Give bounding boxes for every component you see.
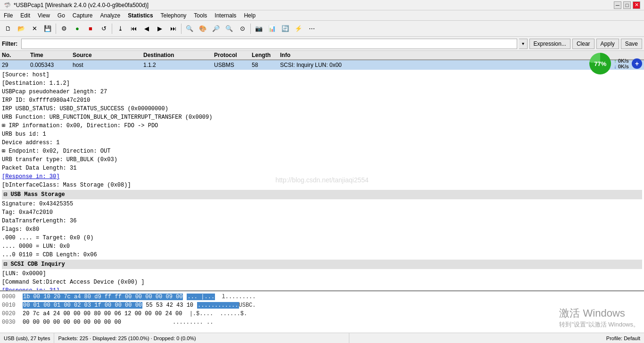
toolbar-new[interactable]: 🗋 bbox=[2, 23, 14, 35]
detail-line-20: .... 0000 = LUN: 0x0 bbox=[2, 242, 642, 251]
detail-line-9: ⊞ Endpoint: 0x02, Direction: OUT bbox=[2, 147, 642, 155]
detail-lines-container: [Source: host] [Destination: 1.1.2] USBP… bbox=[2, 71, 642, 291]
toolbar-save[interactable]: 💾 bbox=[41, 23, 54, 35]
menu-item-edit[interactable]: Edit bbox=[17, 10, 34, 20]
packet-dest: 1.1.2 bbox=[143, 62, 214, 68]
detail-line-25: [Response in: 31] bbox=[2, 286, 642, 291]
toolbar-expert[interactable]: ⚡ bbox=[292, 23, 305, 35]
toolbar-display-filter[interactable]: 🔍 bbox=[183, 23, 196, 35]
percent-circle: 77% bbox=[589, 53, 611, 74]
detail-line-5: URB Function: URB_FUNCTION_BULK_OR_INTER… bbox=[2, 113, 642, 122]
maximize-button[interactable]: □ bbox=[623, 1, 631, 9]
filter-label: Filter: bbox=[2, 41, 17, 47]
toolbar-scroll-end[interactable]: ⤓ bbox=[114, 23, 126, 35]
hex-bytes-3: 00 00 00 00 00 00 00 00 00 00 bbox=[23, 318, 169, 327]
apply-button[interactable]: Apply bbox=[596, 39, 619, 49]
toolbar-go-first[interactable]: ⏮ bbox=[127, 23, 140, 35]
minimize-button[interactable]: ─ bbox=[614, 1, 621, 9]
detail-section-22: ⊟ SCSI CDB Inquiry bbox=[2, 260, 642, 269]
toolbar-go-next[interactable]: ▶ bbox=[154, 23, 166, 35]
toolbar-stop-capture[interactable]: ■ bbox=[84, 23, 97, 35]
app-icon: 🦈 bbox=[4, 2, 11, 8]
sep3 bbox=[181, 24, 182, 34]
toolbar-open[interactable]: 📂 bbox=[15, 23, 27, 35]
detail-link-12[interactable]: [Response in: 30] bbox=[2, 173, 59, 180]
toolbar-go-last[interactable]: ⏭ bbox=[167, 23, 179, 35]
col-dest-header: Destination bbox=[143, 52, 214, 58]
status-profile: Profile: Default bbox=[606, 335, 640, 341]
hex-row-2: 0020 20 7c a4 24 00 00 00 80 00 06 12 00… bbox=[2, 310, 642, 318]
detail-line-0: [Source: host] bbox=[2, 71, 642, 79]
toolbar-zoom-in[interactable]: 🔎 bbox=[210, 23, 222, 35]
hex-offset-2: 0020 bbox=[2, 310, 19, 318]
hex-offset-0: 0000 bbox=[2, 293, 19, 301]
main-content: No. Time Source Destination Protocol Len… bbox=[0, 51, 644, 333]
packet-info: SCSI: Inquiry LUN: 0x00 bbox=[280, 62, 642, 68]
detail-line-10: URB transfer type: URB_BULK (0x03) bbox=[2, 155, 642, 164]
toolbar-capture-options[interactable]: ⚙ bbox=[58, 23, 70, 35]
toolbar-zoom-reset[interactable]: ⊙ bbox=[236, 23, 248, 35]
toolbar-more[interactable]: ⋯ bbox=[305, 23, 318, 35]
hex-bytes-1: 00 01 00 01 00 02 03 1f 00 00 00 00 55 5… bbox=[23, 301, 193, 310]
detail-line-15: Signature: 0x43425355 bbox=[2, 200, 642, 208]
menu-item-view[interactable]: View bbox=[34, 10, 54, 20]
toolbar-decode-as[interactable]: 🔄 bbox=[279, 23, 291, 35]
toolbar-zoom-out[interactable]: 🔍 bbox=[223, 23, 235, 35]
menu-item-file[interactable]: File bbox=[0, 10, 17, 20]
toolbar-graph[interactable]: 📊 bbox=[266, 23, 278, 35]
menu-item-telephony[interactable]: Telephony bbox=[157, 10, 190, 20]
detail-section-14: ⊟ USB Mass Storage bbox=[2, 190, 642, 199]
detail-line-23: [LUN: 0x0000] bbox=[2, 270, 642, 278]
status-right: Profile: Default bbox=[349, 333, 644, 343]
filter-input[interactable] bbox=[21, 39, 517, 49]
status-left: USB (usb), 27 bytes bbox=[0, 333, 54, 343]
toolbar-go-prev[interactable]: ◀ bbox=[140, 23, 153, 35]
col-len-header: Length bbox=[252, 52, 280, 58]
net-stats: 77% ↑ 0K/s ↓ 0K/s + bbox=[589, 53, 642, 74]
titlebar: 🦈 *USBPcap1 [Wireshark 2.4.0 (v2.4.0-0-g… bbox=[0, 0, 644, 10]
menu-item-go[interactable]: Go bbox=[54, 10, 69, 20]
menu-item-statistics[interactable]: Statistics bbox=[124, 10, 157, 20]
toolbar-close[interactable]: ✕ bbox=[28, 23, 41, 35]
menu-item-analyze[interactable]: Analyze bbox=[97, 10, 124, 20]
hex-bytes-0: 1b 00 10 20 7c a4 80 d9 ff ff 00 00 00 0… bbox=[23, 293, 183, 301]
detail-line-8: Device address: 1 bbox=[2, 139, 642, 147]
detail-line-1: [Destination: 1.1.2] bbox=[2, 79, 642, 88]
packet-row[interactable]: 29 0.005343 host 1.1.2 USBMS 58 SCSI: In… bbox=[0, 60, 644, 70]
percent-label: 77% bbox=[594, 60, 606, 67]
toolbar-start-capture[interactable]: ● bbox=[71, 23, 83, 35]
detail-line-3: IRP ID: 0xffffd980a47c2010 bbox=[2, 96, 642, 105]
menu-item-internals[interactable]: Internals bbox=[211, 10, 240, 20]
detail-line-21: ...0 0110 = CDB Length: 0x06 bbox=[2, 251, 642, 259]
packet-no: 29 bbox=[2, 62, 30, 68]
close-button[interactable]: ✕ bbox=[633, 1, 640, 9]
menubar: FileEditViewGoCaptureAnalyzeStatisticsTe… bbox=[0, 10, 644, 21]
detail-pane[interactable]: http://blog.csdn.net/tanjiaqi2554 [Sourc… bbox=[0, 70, 644, 291]
down-rate-label: 0K/s bbox=[618, 64, 629, 69]
clear-button[interactable]: Clear bbox=[572, 39, 594, 49]
menu-item-capture[interactable]: Capture bbox=[69, 10, 97, 20]
detail-link-25[interactable]: [Response in: 31] bbox=[2, 287, 59, 291]
detail-line-13: [bInterfaceClass: Mass Storage (0x08)] bbox=[2, 181, 642, 189]
hex-pane[interactable]: 0000 1b 00 10 20 7c a4 80 d9 ff ff 00 00… bbox=[0, 291, 644, 333]
detail-line-24: [Command Set:Direct Access Device (0x00)… bbox=[2, 278, 642, 286]
hex-row-3: 0030 00 00 00 00 00 00 00 00 00 00 .....… bbox=[2, 318, 642, 327]
detail-line-12: [Response in: 30] bbox=[2, 172, 642, 181]
col-source-header: Source bbox=[73, 52, 143, 58]
toolbar-colorize[interactable]: 🎨 bbox=[197, 23, 209, 35]
toolbar-restart-capture[interactable]: ↺ bbox=[98, 23, 110, 35]
filter-dropdown[interactable]: ▾ bbox=[519, 39, 528, 49]
packet-proto: USBMS bbox=[214, 62, 252, 68]
menu-item-help[interactable]: Help bbox=[240, 10, 259, 20]
hex-ascii-0: ... |... l......... bbox=[187, 293, 256, 301]
menu-item-tools[interactable]: Tools bbox=[190, 10, 211, 20]
statusbar: USB (usb), 27 bytes Packets: 225 · Displ… bbox=[0, 333, 644, 343]
col-no-header: No. bbox=[2, 52, 30, 58]
sep4 bbox=[250, 24, 251, 34]
save-button[interactable]: Save bbox=[621, 39, 642, 49]
packet-len: 58 bbox=[252, 62, 280, 68]
toolbar-capture-filter[interactable]: 📷 bbox=[253, 23, 265, 35]
col-info-header: Info bbox=[280, 52, 642, 58]
expression-button[interactable]: Expression... bbox=[529, 39, 570, 49]
hex-row-0: 0000 1b 00 10 20 7c a4 80 d9 ff ff 00 00… bbox=[2, 293, 642, 301]
